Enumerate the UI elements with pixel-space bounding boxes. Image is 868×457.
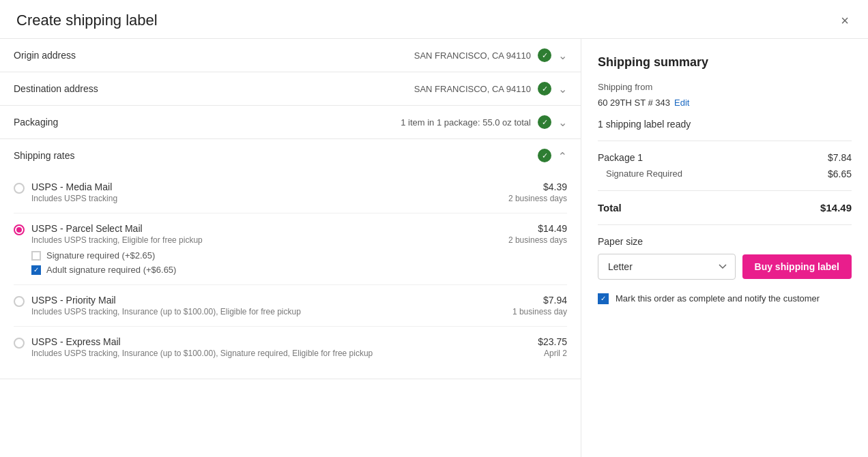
summary-signature-label: Signature Required	[606, 168, 682, 179]
destination-section: Destination address SAN FRANCISCO, CA 94…	[0, 72, 581, 106]
paper-size-row: Letter 4x6 Buy shipping label	[598, 254, 852, 280]
rate-price-media-mail: $4.39 2 business days	[508, 181, 567, 203]
modal-body: Origin address SAN FRANCISCO, CA 94110 ✓…	[0, 39, 868, 457]
summary-package-row: Package 1 $7.84	[598, 152, 852, 163]
summary-signature-amount: $6.65	[828, 168, 852, 179]
summary-title: Shipping summary	[598, 55, 852, 70]
summary-address-text: 60 29TH ST # 343	[598, 98, 670, 108]
rate-info-express-mail: USPS - Express Mail Includes USPS tracki…	[31, 336, 538, 358]
rate-amount-parcel-select: $14.49	[508, 223, 567, 234]
modal-title: Create shipping label	[16, 12, 158, 29]
packaging-label: Packaging	[14, 117, 58, 128]
summary-address-line: 60 29TH ST # 343 Edit	[598, 98, 852, 110]
origin-right: SAN FRANCISCO, CA 94110 ✓ ⌄	[414, 48, 567, 62]
origin-check-icon: ✓	[538, 48, 551, 62]
origin-value: SAN FRANCISCO, CA 94110	[414, 50, 531, 61]
summary-package-amount: $7.84	[828, 152, 852, 163]
mark-complete-row: ✓ Mark this order as complete and notify…	[598, 293, 852, 304]
mark-complete-text: Mark this order as complete and notify t…	[616, 293, 820, 304]
summary-ready: 1 shipping label ready	[598, 119, 852, 130]
origin-section: Origin address SAN FRANCISCO, CA 94110 ✓…	[0, 39, 581, 72]
summary-package-label: Package 1	[598, 152, 643, 163]
edit-link[interactable]: Edit	[674, 98, 689, 108]
summary-total-label: Total	[598, 202, 622, 213]
rate-left-media-mail: USPS - Media Mail Includes USPS tracking	[14, 181, 508, 203]
close-button[interactable]: ×	[838, 11, 852, 30]
shipping-rates-header[interactable]: Shipping rates ✓ ⌄	[0, 139, 581, 172]
rate-left-express-mail: USPS - Express Mail Includes USPS tracki…	[14, 336, 538, 358]
destination-right: SAN FRANCISCO, CA 94110 ✓ ⌄	[414, 82, 567, 95]
rate-desc-parcel-select: Includes USPS tracking, Eligible for fre…	[31, 235, 508, 245]
divider-3	[598, 224, 852, 225]
sub-option-adult-signature: ✓ Adult signature required (+$6.65)	[31, 265, 508, 275]
paper-size-label: Paper size	[598, 236, 852, 247]
rates-content: USPS - Media Mail Includes USPS tracking…	[0, 172, 581, 379]
rate-option-media-mail: USPS - Media Mail Includes USPS tracking…	[14, 172, 567, 213]
divider-1	[598, 141, 852, 141]
rate-option-priority-mail: USPS - Priority Mail Includes USPS track…	[14, 285, 567, 327]
rate-left-priority-mail: USPS - Priority Mail Includes USPS track…	[14, 295, 512, 316]
rate-sub-options-parcel-select: Signature required (+$2.65) ✓ Adult sign…	[31, 250, 508, 275]
rate-option-parcel-select: USPS - Parcel Select Mail Includes USPS …	[14, 213, 567, 285]
rate-left-parcel-select: USPS - Parcel Select Mail Includes USPS …	[14, 223, 508, 275]
destination-accordion-header[interactable]: Destination address SAN FRANCISCO, CA 94…	[0, 72, 581, 105]
rate-name-parcel-select: USPS - Parcel Select Mail	[31, 223, 508, 234]
divider-2	[598, 190, 852, 191]
rate-info-priority-mail: USPS - Priority Mail Includes USPS track…	[31, 295, 512, 316]
rate-days-media-mail: 2 business days	[508, 194, 567, 203]
rate-info-parcel-select: USPS - Parcel Select Mail Includes USPS …	[31, 223, 508, 275]
modal-header: Create shipping label ×	[0, 0, 868, 39]
packaging-value: 1 item in 1 package: 55.0 oz total	[401, 117, 531, 128]
sub-option-signature: Signature required (+$2.65)	[31, 250, 508, 261]
shipping-rates-section: Shipping rates ✓ ⌄ USPS - Media Mail Inc…	[0, 139, 581, 379]
rate-radio-parcel-select[interactable]	[14, 224, 25, 235]
rate-price-parcel-select: $14.49 2 business days	[508, 223, 567, 245]
rate-desc-media-mail: Includes USPS tracking	[31, 194, 508, 203]
buy-shipping-label-button[interactable]: Buy shipping label	[742, 254, 852, 279]
shipping-rates-label: Shipping rates	[14, 150, 75, 161]
summary-from-block: Shipping from 60 29TH ST # 343 Edit	[598, 80, 852, 110]
rate-option-express-mail: USPS - Express Mail Includes USPS tracki…	[14, 327, 567, 368]
rate-price-priority-mail: $7.94 1 business day	[512, 295, 567, 316]
rate-info-media-mail: USPS - Media Mail Includes USPS tracking	[31, 181, 508, 203]
packaging-check-icon: ✓	[538, 115, 551, 129]
checkbox-signature[interactable]	[31, 251, 41, 261]
left-panel: Origin address SAN FRANCISCO, CA 94110 ✓…	[0, 39, 581, 457]
rate-name-priority-mail: USPS - Priority Mail	[31, 295, 512, 306]
packaging-section: Packaging 1 item in 1 package: 55.0 oz t…	[0, 106, 581, 139]
rate-price-express-mail: $23.75 April 2	[538, 336, 567, 358]
packaging-accordion-header[interactable]: Packaging 1 item in 1 package: 55.0 oz t…	[0, 106, 581, 138]
destination-chevron-icon: ⌄	[558, 83, 567, 95]
sub-option-signature-label: Signature required (+$2.65)	[46, 250, 155, 261]
rate-amount-express-mail: $23.75	[538, 336, 567, 347]
rate-days-express-mail: April 2	[538, 349, 567, 358]
packaging-chevron-icon: ⌄	[558, 116, 567, 129]
origin-label: Origin address	[14, 50, 76, 61]
packaging-right: 1 item in 1 package: 55.0 oz total ✓ ⌄	[401, 115, 567, 129]
checkbox-adult-signature[interactable]: ✓	[31, 265, 41, 275]
mark-complete-checkbox[interactable]: ✓	[598, 293, 609, 304]
origin-accordion-header[interactable]: Origin address SAN FRANCISCO, CA 94110 ✓…	[0, 39, 581, 72]
paper-size-select[interactable]: Letter 4x6	[598, 254, 736, 280]
rate-name-express-mail: USPS - Express Mail	[31, 336, 538, 347]
right-panel: Shipping summary Shipping from 60 29TH S…	[581, 39, 868, 457]
summary-total-amount: $14.49	[820, 202, 852, 213]
rate-radio-priority-mail[interactable]	[14, 296, 25, 307]
rate-name-media-mail: USPS - Media Mail	[31, 181, 508, 192]
sub-option-adult-signature-label: Adult signature required (+$6.65)	[46, 265, 176, 275]
rate-radio-express-mail[interactable]	[14, 338, 25, 349]
rate-days-priority-mail: 1 business day	[512, 307, 567, 316]
rate-days-parcel-select: 2 business days	[508, 235, 567, 245]
rate-desc-priority-mail: Includes USPS tracking, Insurance (up to…	[31, 307, 512, 316]
rate-desc-express-mail: Includes USPS tracking, Insurance (up to…	[31, 349, 538, 358]
destination-label: Destination address	[14, 83, 98, 94]
destination-check-icon: ✓	[538, 82, 551, 95]
rate-radio-media-mail[interactable]	[14, 183, 25, 194]
summary-total-row: Total $14.49	[598, 202, 852, 213]
rate-amount-media-mail: $4.39	[508, 181, 567, 192]
rate-amount-priority-mail: $7.94	[512, 295, 567, 306]
origin-chevron-icon: ⌄	[558, 49, 567, 62]
shipping-from-label: Shipping from	[598, 80, 852, 95]
rates-header-right: ✓ ⌄	[538, 149, 567, 162]
destination-value: SAN FRANCISCO, CA 94110	[414, 84, 531, 94]
